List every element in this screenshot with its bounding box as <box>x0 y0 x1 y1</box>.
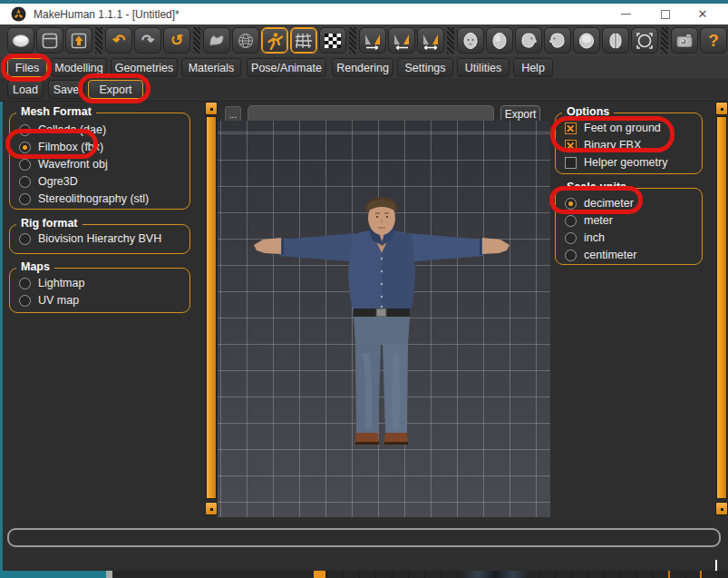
view-right-profile-button[interactable] <box>515 27 542 54</box>
save-icon <box>40 32 60 50</box>
tab-label: Settings <box>404 62 445 74</box>
radio-option-uv-map[interactable]: UV map <box>19 293 79 308</box>
slider-handle[interactable] <box>715 502 728 515</box>
view-split-icon <box>606 32 626 50</box>
maximize-button[interactable] <box>647 4 684 24</box>
makehuman-logo-icon <box>11 6 26 22</box>
radio-option-lightmap[interactable]: Lightmap <box>19 276 84 290</box>
save-button[interactable] <box>36 27 63 54</box>
view-back-button[interactable] <box>486 27 513 54</box>
radio-label: Stereolithography (stl) <box>38 192 149 205</box>
subtab-load[interactable]: Load <box>7 80 44 99</box>
tab-utilities[interactable]: Utilities <box>457 58 510 77</box>
slider-handle[interactable] <box>205 502 218 515</box>
group-title: Maps <box>16 260 54 273</box>
radio-option-wavefront[interactable]: Wavefront obj <box>19 157 108 171</box>
radio-option-stereolithography[interactable]: Stereolithography (stl) <box>19 191 149 206</box>
camera-icon <box>675 32 694 50</box>
undo-button[interactable]: ↶ <box>105 27 132 54</box>
radio-label: Lightmap <box>38 277 84 289</box>
radio-option-centimeter[interactable]: centimeter <box>565 248 636 262</box>
reload-button[interactable]: ↺ <box>163 27 190 54</box>
viewport-3d[interactable] <box>218 121 550 517</box>
pose-mode-button[interactable] <box>261 27 288 54</box>
group-title: Rig format <box>16 217 83 230</box>
symmetry-left-icon <box>392 32 412 50</box>
maps-group: Maps Lightmap UV map <box>9 268 190 313</box>
annotation-decimeter-option <box>549 186 643 214</box>
tab-help[interactable]: Help <box>513 58 553 77</box>
background-toggle-button[interactable] <box>319 27 346 54</box>
tab-label: Utilities <box>465 62 501 74</box>
tab-label: Rendering <box>336 62 389 74</box>
tab-label: Load <box>13 83 38 96</box>
slider-handle[interactable] <box>205 102 218 115</box>
radio-option-bvh[interactable]: Biovision Hierarchy BVH <box>19 231 161 246</box>
mesh-format-group: Mesh Format Collada (dae) Filmbox (fbx) … <box>9 113 190 210</box>
view-top-button[interactable] <box>573 27 600 54</box>
radio-icon <box>565 215 577 227</box>
radio-icon <box>19 295 31 307</box>
toolbar: ↶ ↷ ↺ <box>0 24 728 56</box>
minimize-button[interactable] <box>607 4 644 24</box>
radio-option-meter[interactable]: meter <box>565 213 613 228</box>
tab-label: Pose/Animate <box>251 62 322 74</box>
load-button[interactable] <box>65 27 92 54</box>
smooth-icon <box>207 32 227 50</box>
checkbox-label: Helper geometry <box>584 156 667 169</box>
grid-toggle-button[interactable] <box>290 27 317 54</box>
toolbar-separator <box>447 27 454 54</box>
help-button[interactable]: ? <box>700 27 727 54</box>
symmetry-both-button[interactable] <box>417 27 444 54</box>
view-left-profile-button[interactable] <box>544 27 571 54</box>
desktop-fragment <box>668 571 670 578</box>
symmetry-right-button[interactable] <box>359 27 386 54</box>
slider-track[interactable] <box>206 116 217 499</box>
desktop-teal-fragment <box>0 571 106 578</box>
tab-pose-animate[interactable]: Pose/Animate <box>247 58 326 77</box>
radio-label: inch <box>584 231 605 244</box>
radio-option-inch[interactable]: inch <box>565 230 605 245</box>
rig-format-group: Rig format Biovision Hierarchy BVH <box>9 224 190 254</box>
smooth-button[interactable] <box>203 27 230 54</box>
checkbox-helper-geometry[interactable]: Helper geometry <box>565 155 667 170</box>
text-cursor <box>715 560 717 571</box>
tab-label: Save <box>53 83 80 96</box>
annotation-export-subtab <box>78 73 150 103</box>
left-zoom-slider[interactable] <box>206 102 217 517</box>
pose-figure-icon <box>265 32 285 50</box>
reset-view-icon <box>635 32 655 50</box>
tab-materials[interactable]: Materials <box>181 58 241 77</box>
reset-view-button[interactable] <box>631 27 658 54</box>
redo-button[interactable]: ↷ <box>134 27 161 54</box>
help-icon: ? <box>708 32 719 49</box>
toolbar-separator <box>349 27 356 54</box>
radio-icon <box>565 250 577 261</box>
radio-icon <box>19 176 31 188</box>
view-front-button[interactable] <box>457 27 484 54</box>
grab-screenshot-button[interactable] <box>671 27 698 54</box>
view-left-profile-icon <box>548 32 568 50</box>
symmetry-right-icon <box>363 32 383 50</box>
tab-rendering[interactable]: Rendering <box>332 58 393 77</box>
toolbar-separator <box>95 27 102 54</box>
toolbar-separator <box>661 27 668 54</box>
annotation-files-tab <box>1 54 52 82</box>
titlebar[interactable]: MakeHuman 1.1.1 - [Untitled]* ✕ <box>0 4 728 24</box>
undo-icon: ↶ <box>112 33 125 48</box>
symmetry-left-button[interactable] <box>388 27 415 54</box>
symmetry-both-icon <box>421 32 441 50</box>
radio-label: UV map <box>38 294 79 307</box>
desktop-fragment <box>461 571 530 578</box>
new-button[interactable] <box>7 27 34 54</box>
view-split-button[interactable] <box>602 27 629 54</box>
radio-icon <box>565 232 577 244</box>
slider-track[interactable] <box>716 116 727 499</box>
close-button[interactable]: ✕ <box>684 4 721 24</box>
radio-option-ogre3d[interactable]: Ogre3D <box>19 174 78 189</box>
wireframe-button[interactable] <box>232 27 259 54</box>
tab-settings[interactable]: Settings <box>397 58 453 77</box>
slider-handle[interactable] <box>715 102 728 115</box>
right-zoom-slider[interactable] <box>716 102 727 517</box>
desktop-bottom-edge <box>0 571 728 578</box>
